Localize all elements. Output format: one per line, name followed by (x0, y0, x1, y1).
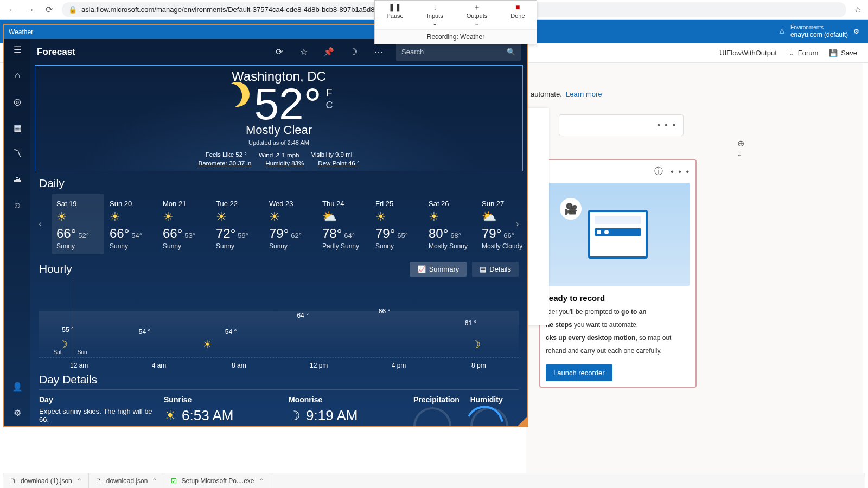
current-conditions[interactable]: Washington, DC 52° F C Mostly Clear Upda… (35, 65, 523, 171)
step-menu-icon[interactable]: • • • (671, 167, 690, 177)
sun-icon: ☀ (163, 210, 206, 224)
done-button[interactable]: ■Done (507, 3, 528, 27)
forum-icon: 🗨 (788, 49, 795, 57)
settings-icon[interactable]: ⚙ (11, 407, 23, 419)
account-icon[interactable]: 👤 (11, 381, 23, 393)
moon-icon: ☽ (58, 338, 68, 351)
download-item[interactable]: 🗋download.json⌃ (89, 473, 165, 488)
step-menu-icon[interactable]: • • • (657, 120, 676, 130)
day-card[interactable]: Sun 20 ☀ 66°54° Sunny (105, 194, 157, 254)
download-item[interactable]: 🗋download (1).json⌃ (3, 473, 89, 488)
search-input[interactable] (401, 48, 507, 56)
outputs-button[interactable]: ＋Outputs⌄ (463, 3, 491, 27)
save-button[interactable]: 💾Save (829, 49, 857, 57)
launch-recorder-button[interactable]: Launch recorder (546, 364, 612, 381)
search-icon[interactable]: 🔍 (507, 48, 515, 56)
details-tab[interactable]: ▤Details (472, 262, 519, 277)
page-title: Forecast (37, 47, 75, 57)
hourly-chart[interactable]: Sat Sun ☽ ☀ ☽ 55 °54 °54 °64 °66 °61 ° 1… (39, 280, 519, 358)
weather-main: Forecast ⟳ ☆ 📌 ☽ ⋯ 🔍 Washington, DC 52° (30, 39, 527, 426)
sun-icon: ☀ (56, 210, 100, 224)
metrics-row-2: Barometer 30.37 in Humidity 83% Dew Poin… (35, 160, 522, 166)
day-card[interactable]: Thu 24 ⛅ 78°64° Partly Sunny (318, 194, 370, 254)
refresh-icon[interactable]: ⟳ (271, 44, 286, 60)
flow-step-placeholder[interactable]: • • • (559, 114, 684, 136)
day-card[interactable]: Fri 25 ☀ 79°65° Sunny (371, 194, 423, 254)
alert-icon[interactable]: ⚠ (779, 28, 785, 35)
day-card[interactable]: Mon 21 ☀ 66°53° Sunny (158, 194, 210, 254)
recorder-step-card: ⓘ • • • 🎥 ready to record rder you'll be… (539, 159, 697, 388)
night-icon[interactable]: ☽ (346, 44, 361, 60)
overlay-edge (526, 108, 549, 325)
unit-c[interactable]: C (326, 100, 333, 111)
favorite-icon[interactable]: ☆ (296, 44, 311, 60)
download-item[interactable]: ☑Setup Microsoft Po....exe⌃ (164, 473, 271, 488)
day-details: Day Details Day Expect sunny skies. The … (39, 373, 519, 426)
trends-icon[interactable]: 〽 (11, 147, 23, 159)
moon-icon: ☽ (471, 338, 481, 351)
chevron-up-icon[interactable]: ⌃ (259, 477, 264, 485)
hint-text: automate. Learn more (531, 90, 863, 98)
save-icon: 💾 (829, 49, 838, 57)
forum-button[interactable]: 🗨Forum (788, 49, 819, 57)
day-card[interactable]: Sat 19 ☀ 66°52° Sunny (52, 194, 104, 254)
settings-gear-icon[interactable]: ⚙ (853, 28, 859, 35)
add-step-connector[interactable]: ⊕↓ (618, 138, 863, 158)
weather-window: Weather — ▢ ✕ ☰ ⌂ ◎ ▦ 〽 ⛰ ☺ 👤 ⚙ Forecast (3, 24, 528, 427)
inputs-button[interactable]: ↓Inputs⌄ (424, 3, 446, 27)
chevron-up-icon[interactable]: ⌃ (152, 477, 157, 485)
scroll-right-icon[interactable]: › (512, 219, 523, 229)
temp-point: 55 ° (62, 326, 73, 333)
sun-icon: ☀ (269, 210, 312, 224)
condition-text: Mostly Clear (35, 123, 522, 137)
home-icon[interactable]: ⌂ (11, 69, 23, 81)
history-icon[interactable]: ▦ (11, 121, 23, 133)
updated-text: Updated as of 2:48 AM (35, 139, 522, 146)
hour-tick: 12 am (39, 362, 119, 369)
humidity-gauge (470, 407, 508, 426)
metrics-row-1: Feels Like 52 ° Wind ↗ 1 mph Visibility … (35, 151, 522, 159)
moonrise-icon: ☽ (289, 408, 301, 423)
flow-name[interactable]: UIFlowWithOutput (719, 49, 776, 57)
recorder-toolbar: ❚❚Pause ↓Inputs⌄ ＋Outputs⌄ ■Done Recordi… (374, 0, 537, 44)
bookmark-star-icon[interactable]: ☆ (854, 4, 861, 15)
learn-more-link[interactable]: Learn more (566, 90, 602, 98)
reload-button[interactable]: ⟳ (43, 4, 54, 15)
places-icon[interactable]: ⛰ (11, 174, 23, 185)
resize-handle[interactable] (518, 416, 527, 426)
day-card[interactable]: Sat 26 ☀ 80°68° Mostly Sunny (424, 194, 476, 254)
moon-icon (223, 80, 252, 108)
check-icon: ☑ (171, 477, 177, 485)
environment-picker[interactable]: Environments enayu.com (default) (790, 24, 848, 38)
summary-tab[interactable]: 📈Summary (410, 262, 467, 277)
menu-icon[interactable]: ☰ (11, 43, 23, 55)
day-details-heading: Day Details (39, 373, 519, 386)
sun-icon: ☀ (202, 338, 212, 351)
day-label: Day (39, 395, 153, 404)
day-card[interactable]: Tue 22 ☀ 72°59° Sunny (212, 194, 264, 254)
down-arrow-icon: ↓ (433, 3, 437, 11)
window-title: Weather (9, 28, 33, 36)
plus-icon: ＋ (473, 3, 481, 11)
camera-icon: 🎥 (560, 198, 582, 220)
sun-icon: ☀ (110, 210, 153, 224)
pause-button[interactable]: ❚❚Pause (384, 3, 407, 27)
back-button[interactable]: ← (7, 4, 17, 15)
chevron-up-icon[interactable]: ⌃ (76, 477, 82, 485)
unit-f[interactable]: F (326, 87, 333, 99)
pin-icon[interactable]: 📌 (321, 44, 336, 60)
day-card[interactable]: Wed 23 ☀ 79°62° Sunny (265, 194, 317, 254)
maps-icon[interactable]: ◎ (11, 95, 23, 107)
precip-label: Precipitation (413, 395, 459, 404)
daily-forecast: ‹ › Sat 19 ☀ 66°52° Sunny Sun 20 ☀ 66°54… (30, 194, 527, 254)
temp-point: 54 ° (225, 328, 237, 336)
scroll-left-icon[interactable]: ‹ (35, 219, 46, 229)
more-icon[interactable]: ⋯ (371, 44, 386, 60)
search-box[interactable]: 🔍 (396, 43, 521, 61)
forward-button[interactable]: → (25, 4, 36, 15)
info-icon[interactable]: ⓘ (654, 166, 663, 177)
temp-point: 61 ° (465, 319, 476, 327)
hour-tick: 8 pm (439, 362, 519, 369)
chart-icon: 📈 (417, 265, 426, 273)
feedback-icon[interactable]: ☺ (11, 200, 23, 211)
